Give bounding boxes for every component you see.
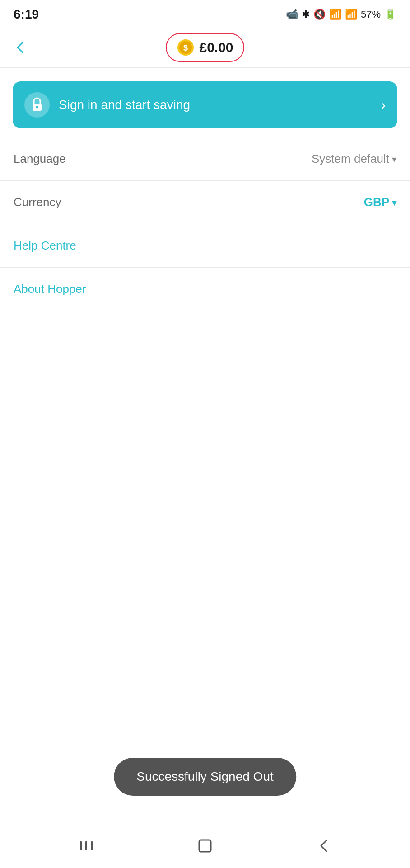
currency-label: Currency [14, 195, 61, 209]
toast-message: Successfully Signed Out [136, 769, 274, 783]
bluetooth-icon: ✱ [302, 9, 310, 20]
currency-setting[interactable]: Currency GBP ▾ [0, 181, 410, 224]
signal-icon: 📶 [345, 9, 357, 20]
back-button[interactable] [14, 41, 27, 54]
svg-rect-8 [91, 841, 93, 850]
status-icons: 📹 ✱ 🔇 📶 📶 57% 🔋 [286, 9, 396, 20]
lock-icon [24, 92, 50, 118]
status-time: 6:19 [14, 7, 39, 22]
battery-icon: 🔋 [384, 9, 396, 20]
signin-banner-text: Sign in and start saving [59, 98, 372, 112]
mute-icon: 🔇 [313, 9, 326, 20]
coin-balance[interactable]: $ £0.00 [166, 33, 244, 62]
svg-rect-6 [80, 841, 82, 850]
nav-home-button[interactable] [194, 835, 216, 857]
header: $ £0.00 [0, 27, 410, 68]
wifi-icon: 📶 [329, 9, 341, 20]
bottom-nav [0, 823, 410, 868]
currency-dropdown-icon: ▾ [392, 197, 396, 208]
about-hopper-link: About Hopper [14, 282, 86, 296]
language-label: Language [14, 152, 66, 166]
svg-text:$: $ [183, 43, 188, 52]
language-value: System default [312, 152, 389, 166]
svg-point-5 [36, 106, 38, 108]
toast-notification: Successfully Signed Out [114, 758, 296, 796]
language-setting[interactable]: Language System default ▾ [0, 137, 410, 181]
help-centre-link: Help Centre [14, 239, 76, 253]
signin-chevron-icon: › [381, 97, 386, 113]
language-dropdown-icon: ▾ [392, 154, 396, 165]
svg-rect-9 [199, 840, 211, 852]
about-hopper-item[interactable]: About Hopper [0, 268, 410, 311]
status-bar: 6:19 📹 ✱ 🔇 📶 📶 57% 🔋 [0, 0, 410, 27]
nav-recents-button[interactable] [75, 835, 98, 857]
nav-back-button[interactable] [312, 835, 335, 857]
settings-list: Language System default ▾ Currency GBP ▾… [0, 137, 410, 311]
currency-value: GBP [364, 195, 389, 209]
battery-text: 57% [361, 9, 381, 20]
signin-banner[interactable]: Sign in and start saving › [13, 81, 397, 128]
help-centre-item[interactable]: Help Centre [0, 224, 410, 268]
balance-amount: £0.00 [199, 40, 233, 55]
language-value-wrapper: System default ▾ [312, 152, 396, 166]
camera-icon: 📹 [286, 9, 298, 20]
svg-rect-7 [85, 841, 87, 850]
currency-value-wrapper: GBP ▾ [364, 195, 396, 209]
coin-icon: $ [177, 38, 195, 57]
